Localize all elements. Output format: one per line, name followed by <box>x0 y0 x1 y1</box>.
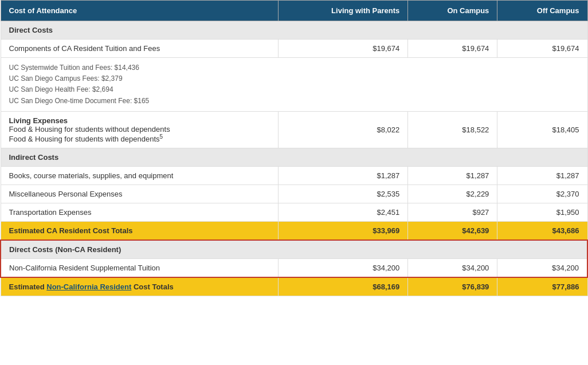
col-header-off-campus: Off Campus <box>497 1 587 21</box>
table-header-row: Cost of Attendance Living with Parents O… <box>1 1 587 21</box>
non-ca-resident-link[interactable]: Non-California Resident <box>46 282 131 291</box>
books-off: $1,287 <box>497 167 587 185</box>
living-expenses-superscript: 5 <box>160 134 163 140</box>
ca-tuition-label: Components of CA Resident Tuition and Fe… <box>1 40 278 58</box>
fee-detail-line3: UC San Diego Health Fee: $2,694 <box>9 84 579 95</box>
non-ca-tuition-row: Non-California Resident Supplemental Tui… <box>1 259 587 278</box>
non-ca-total-lwp: $68,169 <box>278 277 408 296</box>
direct-costs-header-row: Direct Costs <box>1 21 587 40</box>
non-ca-header-label: Direct Costs (Non-CA Resident) <box>1 240 587 259</box>
misc-off: $2,370 <box>497 185 587 203</box>
col-header-on-campus: On Campus <box>408 1 497 21</box>
non-ca-tuition-lwp: $34,200 <box>278 259 408 278</box>
non-ca-tuition-off: $34,200 <box>497 259 587 278</box>
misc-lwp: $2,535 <box>278 185 408 203</box>
non-ca-total-suffix: Cost Totals <box>131 282 173 291</box>
non-ca-total-row: Estimated Non-California Resident Cost T… <box>1 277 587 296</box>
ca-total-oc: $42,639 <box>408 222 497 241</box>
books-lwp: $1,287 <box>278 167 408 185</box>
misc-label: Miscellaneous Personal Expenses <box>1 185 278 203</box>
cost-of-attendance-table: Cost of Attendance Living with Parents O… <box>0 0 588 296</box>
non-ca-header-row: Direct Costs (Non-CA Resident) <box>1 240 587 259</box>
transportation-off: $1,950 <box>497 203 587 222</box>
fee-detail-line2: UC San Diego Campus Fees: $2,379 <box>9 73 579 84</box>
misc-row: Miscellaneous Personal Expenses $2,535 $… <box>1 185 587 203</box>
living-expenses-row2: Food & Housing for students with depende… <box>9 135 163 143</box>
transportation-row: Transportation Expenses $2,451 $927 $1,9… <box>1 203 587 222</box>
non-ca-tuition-oc: $34,200 <box>408 259 497 278</box>
fee-detail-line1: UC Systemwide Tuition and Fees: $14,436 <box>9 62 579 73</box>
ca-tuition-off: $19,674 <box>497 40 587 58</box>
living-expenses-row: Living Expenses Food & Housing for stude… <box>1 111 587 148</box>
living-expenses-row1: Food & Housing for students without depe… <box>9 125 170 134</box>
direct-costs-label: Direct Costs <box>1 21 587 40</box>
living-expenses-header: Living Expenses <box>9 116 68 125</box>
non-ca-total-oc: $76,839 <box>408 277 497 296</box>
ca-tuition-lwp: $19,674 <box>278 40 408 58</box>
col-header-living-with-parents: Living with Parents <box>278 1 408 21</box>
non-ca-tuition-label: Non-California Resident Supplemental Tui… <box>1 259 278 278</box>
misc-oc: $2,229 <box>408 185 497 203</box>
ca-tuition-oc: $19,674 <box>408 40 497 58</box>
non-ca-total-prefix: Estimated <box>9 282 47 291</box>
non-ca-total-label: Estimated Non-California Resident Cost T… <box>1 277 278 296</box>
non-ca-total-off: $77,886 <box>497 277 587 296</box>
transportation-lwp: $2,451 <box>278 203 408 222</box>
ca-total-off: $43,686 <box>497 222 587 241</box>
ca-total-row: Estimated CA Resident Cost Totals $33,96… <box>1 222 587 241</box>
living-expenses-off: $18,405 <box>497 111 587 148</box>
books-label: Books, course materials, supplies, and e… <box>1 167 278 185</box>
ca-total-lwp: $33,969 <box>278 222 408 241</box>
indirect-costs-label: Indirect Costs <box>1 148 587 167</box>
transportation-label: Transportation Expenses <box>1 203 278 222</box>
indirect-costs-header-row: Indirect Costs <box>1 148 587 167</box>
transportation-oc: $927 <box>408 203 497 222</box>
fee-details-row: UC Systemwide Tuition and Fees: $14,436 … <box>1 58 587 112</box>
living-expenses-lwp: $8,022 <box>278 111 408 148</box>
col-header-label: Cost of Attendance <box>1 1 278 21</box>
ca-total-label: Estimated CA Resident Cost Totals <box>1 222 278 241</box>
books-row: Books, course materials, supplies, and e… <box>1 167 587 185</box>
living-expenses-oc: $18,522 <box>408 111 497 148</box>
books-oc: $1,287 <box>408 167 497 185</box>
ca-tuition-row: Components of CA Resident Tuition and Fe… <box>1 40 587 58</box>
living-expenses-label: Living Expenses Food & Housing for stude… <box>1 111 278 148</box>
fee-detail-line4: UC San Diego One-time Document Fee: $165 <box>9 96 579 107</box>
fee-details-cell: UC Systemwide Tuition and Fees: $14,436 … <box>1 58 587 112</box>
